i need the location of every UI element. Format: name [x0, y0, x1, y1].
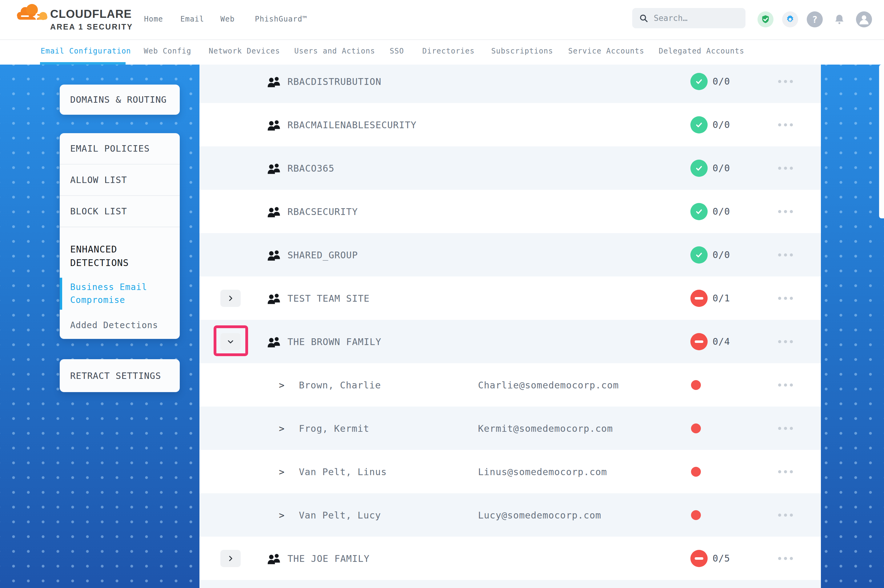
status-badge: 0/4 [690, 333, 730, 350]
logo-product: AREA 1 SECURITY [50, 21, 133, 32]
group-people-icon [267, 552, 281, 565]
row-name: THE JOE FAMILY [287, 553, 370, 564]
expand-toggle-button[interactable] [220, 290, 241, 307]
row-name: RBACMAILENABLESECURITY [287, 119, 416, 130]
row-name: Brown, Charlie [299, 380, 381, 390]
group-people-icon [267, 292, 281, 304]
logo-brand: CLOUDFLARE [50, 8, 133, 20]
sidebar-card-domains: DOMAINS & ROUTING [60, 85, 180, 115]
row-menu-button[interactable] [778, 514, 793, 517]
row-menu-button[interactable] [778, 297, 793, 300]
row-email: Kermit@somedemocorp.com [478, 423, 613, 434]
row-menu-button[interactable] [778, 80, 793, 83]
row-name: Van Pelt, Lucy [299, 510, 381, 520]
sidebar-card-retract: RETRACT SETTINGS [60, 359, 180, 392]
row-name: Frog, Kermit [299, 423, 369, 434]
chevron-icon [227, 555, 234, 562]
shield-check-icon[interactable] [758, 11, 774, 27]
nav-email[interactable]: Email [180, 15, 204, 23]
row-menu-button[interactable] [778, 470, 793, 473]
gear-icon[interactable] [782, 11, 798, 27]
table-row: > Van Pelt, Lucy Lucy@somedemocorp.com [200, 493, 821, 537]
status-circle [690, 203, 708, 220]
member-status-dot [691, 423, 701, 433]
member-chevron-icon[interactable]: > [279, 466, 284, 477]
tab-web-config[interactable]: Web Config [144, 47, 191, 56]
row-menu-button[interactable] [778, 384, 793, 387]
tab-email-configuration[interactable]: Email Configuration [41, 47, 131, 56]
group-people-icon [267, 206, 281, 218]
chevron-icon [227, 338, 234, 345]
tab-delegated-accounts[interactable]: Delegated Accounts [659, 47, 744, 56]
table-row: > RBACSECURITY 0/0 [200, 190, 821, 233]
status-badge: 0/0 [690, 246, 730, 264]
expand-toggle-button[interactable] [220, 550, 241, 567]
nav-phishguard[interactable]: PhishGuard™ [255, 15, 307, 23]
cloudflare-logo-icon [16, 4, 51, 21]
tab-directories[interactable]: Directories [422, 47, 475, 56]
tab-service-accounts[interactable]: Service Accounts [568, 47, 644, 56]
status-badge: 0/0 [690, 116, 730, 134]
status-count: 0/5 [713, 553, 730, 564]
status-badge: 0/5 [690, 550, 730, 567]
table-row: > TEST TEAM SITE 0/1 [200, 276, 821, 320]
search-box[interactable] [632, 8, 746, 28]
table-row: > RBACDISTRUBUTION 0/0 [200, 64, 821, 103]
search-input[interactable] [653, 13, 731, 23]
table-row: > [200, 580, 821, 588]
sidebar-section-enhanced-detections[interactable]: ENHANCED DETECTIONS [60, 227, 180, 270]
group-people-icon [267, 336, 281, 348]
member-chevron-icon[interactable]: > [279, 510, 284, 520]
status-circle [690, 550, 708, 567]
sidebar-item-retract-settings[interactable]: RETRACT SETTINGS [60, 370, 161, 381]
sidebar-item-email-policies[interactable]: EMAIL POLICIES [60, 133, 180, 165]
vertical-scrollbar[interactable] [879, 64, 884, 218]
table-row: > Van Pelt, Linus Linus@somedemocorp.com [200, 450, 821, 493]
member-status-dot [691, 467, 701, 477]
row-email: Charlie@somedemocorp.com [478, 380, 619, 390]
expand-toggle-button[interactable] [220, 333, 241, 350]
tab-sso[interactable]: SSO [390, 47, 404, 56]
member-chevron-icon[interactable]: > [279, 423, 284, 434]
table-row: > THE BROWN FAMILY 0/4 [200, 320, 821, 363]
group-people-icon [267, 162, 281, 174]
minus-icon [695, 557, 703, 560]
account-user-icon[interactable] [856, 11, 872, 27]
help-icon[interactable]: ? [807, 11, 823, 27]
content-background: DOMAINS & ROUTING EMAIL POLICIES ALLOW L… [0, 64, 884, 588]
row-menu-button[interactable] [778, 427, 793, 430]
sidebar-item-allow-list[interactable]: ALLOW LIST [60, 165, 180, 196]
minus-icon [695, 297, 703, 300]
row-menu-button[interactable] [778, 210, 793, 213]
tab-network-devices[interactable]: Network Devices [209, 47, 280, 56]
status-circle [690, 333, 708, 350]
sidebar-item-domains-routing[interactable]: DOMAINS & ROUTING [60, 94, 167, 105]
row-menu-button[interactable] [778, 254, 793, 256]
row-menu-button[interactable] [778, 166, 793, 170]
status-badge: 0/0 [690, 73, 730, 90]
chevron-icon [227, 295, 234, 302]
row-name: Van Pelt, Linus [299, 466, 387, 477]
status-count: 0/0 [713, 119, 730, 130]
row-menu-button[interactable] [778, 340, 793, 343]
tab-users-and-actions[interactable]: Users and Actions [294, 47, 375, 56]
nav-home[interactable]: Home [144, 15, 163, 23]
sidebar-item-business-email-compromise[interactable]: Business Email Compromise [60, 281, 180, 307]
row-menu-button[interactable] [778, 123, 793, 126]
status-badge: 0/1 [690, 290, 730, 307]
sidebar-item-block-list[interactable]: BLOCK LIST [60, 196, 180, 227]
table-row: > SHARED_GROUP 0/0 [200, 233, 821, 276]
member-chevron-icon[interactable]: > [279, 380, 284, 390]
row-name: RBACDISTRUBUTION [287, 76, 381, 87]
question-glyph: ? [812, 14, 818, 25]
check-icon [695, 207, 703, 216]
tab-subscriptions[interactable]: Subscriptions [491, 47, 553, 56]
active-tab-underline [40, 62, 126, 64]
row-menu-button[interactable] [778, 557, 793, 560]
sidebar-card-policies: EMAIL POLICIES ALLOW LIST BLOCK LIST ENH… [60, 133, 180, 339]
sidebar-item-added-detections[interactable]: Added Detections [60, 319, 180, 332]
check-icon [695, 77, 703, 86]
notifications-bell-icon[interactable] [831, 11, 847, 27]
status-circle [690, 160, 708, 177]
nav-web[interactable]: Web [220, 15, 235, 23]
